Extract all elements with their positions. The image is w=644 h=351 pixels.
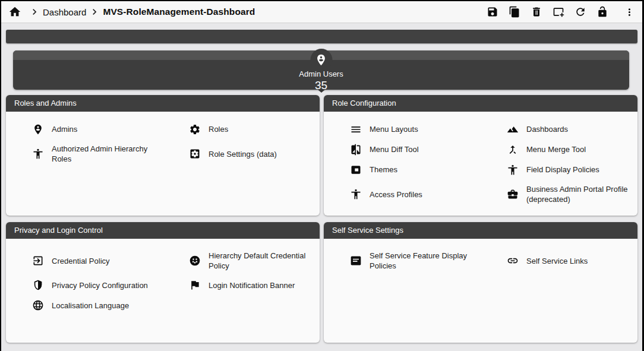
- flag-icon: [189, 279, 201, 291]
- globe-icon: [32, 299, 44, 311]
- menu-item-credential-policy[interactable]: Credential Policy: [6, 246, 163, 275]
- menu-item-menu-diff-tool[interactable]: Menu Diff Tool: [324, 140, 481, 160]
- menu-item-authorized-admin-hierarchy-roles[interactable]: Authorized Admin Hierarchy Roles: [6, 140, 163, 168]
- stat-badge: [310, 49, 332, 71]
- home-button[interactable]: [8, 5, 23, 19]
- more-vert-icon: [624, 7, 635, 18]
- collapsed-section-bar: [6, 30, 637, 43]
- menu-item-label: Self Service Links: [526, 256, 588, 266]
- menu-item-label: Menu Diff Tool: [370, 144, 419, 154]
- stat-card-pointer: [318, 90, 325, 93]
- panel-body: Menu LayoutsDashboardsMenu Diff ToolMenu…: [324, 112, 637, 208]
- menu-item-roles[interactable]: Roles: [163, 119, 320, 140]
- gear-box-icon: [189, 148, 201, 160]
- copy-button[interactable]: [507, 5, 522, 19]
- save-button[interactable]: [485, 5, 500, 19]
- menu-item-hierarchy-default-credential-policy[interactable]: Hierarchy Default Credential Policy: [163, 246, 320, 275]
- menu-item-label: Admins: [52, 124, 77, 134]
- menu-item-field-display-policies[interactable]: Field Display Policies: [481, 160, 637, 180]
- menu-item-label: Role Settings (data): [209, 149, 277, 159]
- accessibility-icon: [32, 148, 44, 160]
- menu-item-label: Hierarchy Default Credential Policy: [209, 251, 315, 271]
- delete-icon: [531, 6, 542, 18]
- menu-item-label: Business Admin Portal Profile (deprecate…: [526, 184, 633, 204]
- menu-item-menu-merge-tool[interactable]: Menu Merge Tool: [481, 140, 637, 160]
- menu-item-label: Localisation Language: [52, 301, 129, 311]
- panel-body: Credential PolicyHierarchy Default Crede…: [6, 239, 320, 315]
- menu-item-label: Roles: [209, 124, 228, 134]
- accessibility-icon: [507, 164, 519, 176]
- person-pin-icon: [315, 53, 328, 67]
- menu-item-label: Privacy Policy Configuration: [52, 280, 148, 290]
- menu-item-self-service-links[interactable]: Self Service Links: [481, 246, 637, 275]
- menu-item-label: Themes: [370, 165, 397, 175]
- menu-item-label: Authorized Admin Hierarchy Roles: [52, 144, 158, 164]
- accessibility-icon: [350, 188, 362, 200]
- save-icon: [487, 6, 498, 18]
- breadcrumb-items: DashboardMVS-RoleManagement-Dashboard: [26, 6, 255, 18]
- breadcrumb-separator-icon: [29, 6, 40, 18]
- menu-icon: [350, 124, 362, 135]
- menu-item-label: Credential Policy: [52, 256, 110, 266]
- menu-item-menu-layouts[interactable]: Menu Layouts: [324, 119, 481, 140]
- stat-texts: Admin Users 35: [13, 69, 629, 92]
- menu-item-self-service-feature-display-policies[interactable]: Self Service Feature Display Policies: [324, 246, 481, 275]
- menu-item-label: Menu Merge Tool: [526, 144, 586, 154]
- delete-button[interactable]: [529, 5, 544, 19]
- briefcase-icon: [507, 188, 519, 200]
- breadcrumb: DashboardMVS-RoleManagement-Dashboard: [8, 5, 255, 19]
- top-bar: DashboardMVS-RoleManagement-Dashboard: [1, 1, 642, 23]
- menu-item-label: Access Profiles: [370, 189, 422, 200]
- more-options-button[interactable]: [622, 5, 636, 19]
- panel-roles-and-admins: Roles and AdminsAdminsRolesAuthorized Ad…: [6, 95, 320, 216]
- dashboard-panels: Roles and AdminsAdminsRolesAuthorized Ad…: [6, 95, 637, 343]
- menu-item-label: Login Notification Banner: [209, 280, 295, 290]
- menu-item-localisation-language[interactable]: Localisation Language: [6, 295, 163, 315]
- gear-icon: [189, 124, 201, 135]
- refresh-button[interactable]: [573, 5, 588, 19]
- add-button[interactable]: [551, 5, 566, 19]
- menu-item-label: Menu Layouts: [370, 124, 418, 134]
- menu-item-access-profiles[interactable]: Access Profiles: [324, 180, 481, 208]
- refresh-icon: [574, 6, 586, 18]
- panel-title: Self Service Settings: [324, 222, 637, 239]
- add-dashboard-icon: [553, 6, 564, 18]
- unlock-button[interactable]: [595, 5, 610, 19]
- menu-item-label: Self Service Feature Display Policies: [370, 251, 476, 271]
- menu-item-login-notification-banner[interactable]: Login Notification Banner: [163, 275, 320, 295]
- mountains-icon: [507, 124, 519, 135]
- exit-to-app-icon: [32, 255, 44, 267]
- stat-label: Admin Users: [13, 69, 629, 78]
- breadcrumb-separator-icon: [89, 6, 100, 18]
- menu-item-admins[interactable]: Admins: [6, 119, 163, 140]
- compare-icon: [350, 144, 362, 156]
- menu-item-business-admin-portal-profile-deprecated[interactable]: Business Admin Portal Profile (deprecate…: [481, 180, 637, 208]
- admin-users-stat-card[interactable]: Admin Users 35: [13, 50, 629, 90]
- copy-icon: [509, 6, 520, 18]
- image-icon: [350, 164, 362, 176]
- shield-half-icon: [32, 279, 44, 291]
- panel-title: Role Configuration: [324, 95, 637, 112]
- panel-title: Privacy and Login Control: [6, 222, 320, 239]
- panel-privacy-and-login-control: Privacy and Login ControlCredential Poli…: [6, 222, 320, 343]
- panel-body: AdminsRolesAuthorized Admin Hierarchy Ro…: [6, 112, 320, 168]
- lock-open-icon: [596, 6, 608, 18]
- menu-item-label: Field Display Policies: [526, 165, 599, 175]
- breadcrumb-item-mvs-rolemanagement-dashboard[interactable]: MVS-RoleManagement-Dashboard: [103, 7, 255, 17]
- toolbar: [485, 5, 636, 19]
- merge-icon: [507, 144, 519, 156]
- menu-item-dashboards[interactable]: Dashboards: [481, 119, 637, 140]
- panel-role-configuration: Role ConfigurationMenu LayoutsDashboards…: [324, 95, 637, 216]
- breadcrumb-item-dashboard[interactable]: Dashboard: [43, 7, 86, 17]
- menu-item-role-settings-data[interactable]: Role Settings (data): [163, 140, 320, 168]
- panel-title: Roles and Admins: [6, 95, 320, 112]
- panel-body: Self Service Feature Display PoliciesSel…: [324, 239, 637, 275]
- panel-self-service-settings: Self Service SettingsSelf Service Featur…: [324, 222, 637, 343]
- menu-item-label: Dashboards: [526, 124, 568, 134]
- menu-item-privacy-policy-configuration[interactable]: Privacy Policy Configuration: [6, 275, 163, 295]
- dots-circle-icon: [189, 255, 201, 267]
- person-pin-icon: [32, 124, 44, 135]
- menu-item-themes[interactable]: Themes: [324, 160, 481, 180]
- link-icon: [507, 255, 519, 267]
- home-icon: [8, 5, 21, 18]
